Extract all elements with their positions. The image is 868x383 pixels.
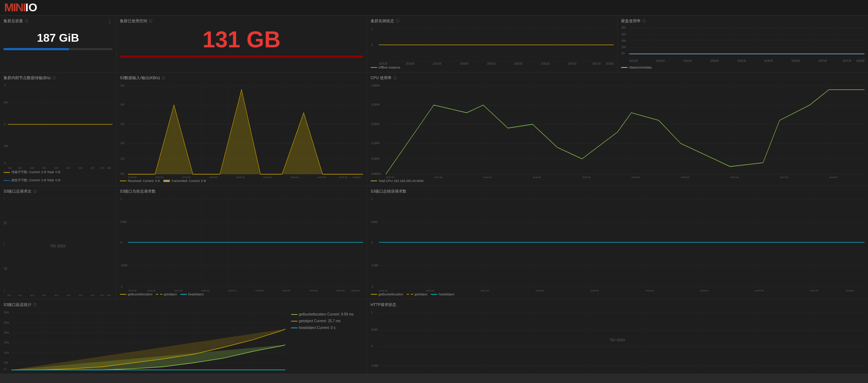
- svg-text:18:55:00: 18:55:00: [42, 294, 46, 296]
- latency-getobject-text: getobject Current: 25.7 ms: [299, 319, 341, 323]
- s3-error-getobject: getobject: [407, 293, 428, 296]
- svg-text:1 B: 1 B: [4, 83, 6, 87]
- s3-total-requests-info[interactable]: ⓘ: [33, 189, 37, 194]
- s3-error-getobject-color: [407, 294, 413, 295]
- svg-text:0 B: 0 B: [121, 172, 125, 176]
- s3-current-title: S3接口当前总请求数: [120, 189, 363, 194]
- cpu-legend-item: Total CPU 192.168.255.45:9000: [371, 179, 424, 183]
- logo-io-text: IO: [25, 1, 37, 14]
- svg-text:18:53:30: 18:53:30: [8, 166, 12, 169]
- latency-getobject-color: [291, 321, 297, 322]
- total-capacity-info[interactable]: ⓘ: [25, 19, 28, 24]
- cpu-legend-color: [371, 181, 377, 181]
- s3-current-headobject-text: headobject: [188, 293, 204, 296]
- latency-getbucket-legend: getbucketlocation Current: 9.59 ms: [291, 312, 363, 316]
- s3-io-label: S3数据输入/输出(KB/s): [120, 75, 160, 81]
- svg-text:-0.500: -0.500: [371, 364, 378, 368]
- cpu-legend: Total CPU 192.168.255.45:9000: [371, 178, 864, 183]
- svg-text:-1 B: -1 B: [4, 161, 6, 165]
- svg-text:15 ms: 15 ms: [4, 341, 9, 344]
- s3-recv-color: [120, 181, 126, 181]
- svg-text:40%: 40%: [622, 39, 626, 42]
- http-status-panel: HTTP请求状态 1 0.500 0 -0.500 18:53:30: [367, 299, 868, 373]
- s3-error-title: S3接口总错误请求数: [371, 189, 864, 194]
- svg-text:18:57:00: 18:57:00: [568, 62, 576, 65]
- offline-legend-text: Offline instance: [378, 66, 400, 69]
- svg-text:1: 1: [371, 27, 372, 31]
- latency-getobject-legend: getobject Current: 25.7 ms: [291, 319, 363, 323]
- disk-usage-info[interactable]: ⓘ: [642, 19, 646, 24]
- instance-status-svg: 1 0 18:53:30 18:54:00 18:54:30: [371, 25, 614, 65]
- svg-text:0.150%: 0.150%: [371, 141, 380, 145]
- internal-transfer-panel: 集群内部节点数据传输(B/s) ⓘ 1 B 500 mB 0 B -500 mB…: [0, 72, 116, 185]
- s3-error-getbucket-text: getbucketlocation: [378, 293, 403, 296]
- svg-text:18:57:00: 18:57:00: [818, 59, 827, 63]
- header: MINIIO: [0, 0, 868, 16]
- svg-text:-1: -1: [4, 289, 5, 293]
- svg-text:18:54:00: 18:54:00: [406, 62, 414, 65]
- svg-text:20 ms: 20 ms: [4, 330, 9, 334]
- svg-text:18:54:00: 18:54:00: [656, 59, 665, 63]
- s3-current-legend: getbucketlocation getobject headobject: [120, 291, 363, 296]
- offline-legend: Offline instance: [371, 66, 400, 69]
- s3-current-getobject: getobject: [156, 293, 177, 296]
- send-legend-color: [4, 172, 10, 173]
- s3-latency-legend-box: getbucketlocation Current: 9.59 ms getob…: [285, 309, 363, 371]
- cpu-usage-panel: CPU 使用率 ⓘ 0.300% 0.250% 0.200% 0.150% 0.…: [367, 72, 868, 185]
- internal-transfer-legend: 传输字节数: Current: 0 B Total: 0 B 接收字节数: Cu…: [4, 169, 112, 183]
- svg-text:18:57:00: 18:57:00: [91, 166, 94, 169]
- svg-text:18:54:30: 18:54:30: [683, 59, 692, 63]
- s3-latency-chart-area: 30 ms 25 ms 20 ms 15 ms 10 ms 5 ms 0 s: [4, 309, 285, 371]
- svg-text:-500 mB: -500 mB: [4, 144, 8, 147]
- used-space-panel: 集群已使用空间 ⓘ 131 GB: [116, 16, 367, 72]
- disk-legend-text: /data/minio/data: [629, 66, 652, 69]
- svg-text:18:55:00: 18:55:00: [460, 62, 468, 65]
- svg-text:18:57:30: 18:57:30: [100, 294, 104, 296]
- s3-io-title: S3数据输入/输出(KB/s) ⓘ: [120, 75, 363, 81]
- svg-text:18:57:00: 18:57:00: [91, 294, 94, 296]
- s3-send-text: Transmited: Current: 0 B: [171, 179, 206, 183]
- http-no-data: No data: [610, 337, 625, 342]
- s3-latency-svg: 30 ms 25 ms 20 ms 15 ms 10 ms 5 ms 0 s: [4, 309, 285, 371]
- svg-text:0.250%: 0.250%: [371, 102, 380, 107]
- svg-text:0.500: 0.500: [121, 220, 127, 224]
- instance-status-info[interactable]: ⓘ: [396, 19, 399, 24]
- internal-transfer-svg: 1 B 500 mB 0 B -500 mB -1 B: [4, 82, 112, 169]
- svg-text:18:53:30: 18:53:30: [7, 294, 11, 296]
- s3-error-headobject: headobject: [431, 293, 454, 296]
- recv-legend: 接收字节数: Current: 0 B Total: 0 B: [4, 178, 60, 183]
- logo: MINIIO: [4, 1, 37, 14]
- http-status-chart-area: 1 0.500 0 -0.500 18:53:30 18:54:00 18:54…: [371, 309, 864, 371]
- used-space-info[interactable]: ⓘ: [149, 19, 152, 24]
- instance-status-legend: Offline instance: [371, 65, 614, 69]
- s3-error-label: S3接口总错误请求数: [371, 189, 406, 194]
- recv-legend-text: 接收字节数: Current: 0 B Total: 0 B: [11, 178, 60, 183]
- svg-text:1: 1: [371, 197, 372, 201]
- s3-io-chart-area: 5 B 4 B 3 B 2 B 1 B 0 B: [120, 82, 363, 178]
- svg-text:0%: 0%: [622, 52, 625, 55]
- s3-latency-info[interactable]: ⓘ: [33, 302, 37, 307]
- s3-error-getobject-text: getobject: [415, 293, 428, 296]
- svg-text:0.500: 0.500: [4, 221, 7, 225]
- svg-text:18:56:30: 18:56:30: [792, 59, 800, 63]
- svg-text:18:55:30: 18:55:30: [487, 62, 495, 65]
- latency-getbucket-text: getbucketlocation Current: 9.59 ms: [299, 312, 354, 316]
- s3-error-getbucket-color: [371, 294, 377, 295]
- total-capacity-menu[interactable]: ⋮: [107, 18, 112, 25]
- total-capacity-label: 集群总容量: [4, 18, 23, 24]
- s3-error-headobject-text: headobject: [439, 293, 454, 296]
- internal-transfer-info[interactable]: ⓘ: [52, 76, 56, 81]
- svg-text:18:58:00: 18:58:00: [606, 62, 614, 65]
- disk-legend-color: [621, 67, 627, 68]
- s3-current-headobject-color: [180, 294, 187, 295]
- s3-io-legend: Received: Current: 0 B Transmited: Curre…: [120, 178, 363, 183]
- cpu-usage-info[interactable]: ⓘ: [393, 76, 397, 81]
- s3-error-requests-panel: S3接口总错误请求数 1 0.500 0 -0.500 -1: [367, 186, 868, 299]
- s3-total-requests-label: S3接口总请求次: [4, 189, 31, 194]
- svg-text:18:56:00: 18:56:00: [514, 62, 522, 65]
- cpu-usage-chart-area: 0.300% 0.250% 0.200% 0.150% 0.100% 0.050…: [371, 82, 864, 178]
- instance-status-label: 集群实例状态: [371, 18, 394, 24]
- s3-io-info[interactable]: ⓘ: [162, 76, 165, 81]
- send-legend: 传输字节数: Current: 0 B Total: 0 B: [4, 170, 60, 175]
- offline-legend-color: [371, 67, 377, 68]
